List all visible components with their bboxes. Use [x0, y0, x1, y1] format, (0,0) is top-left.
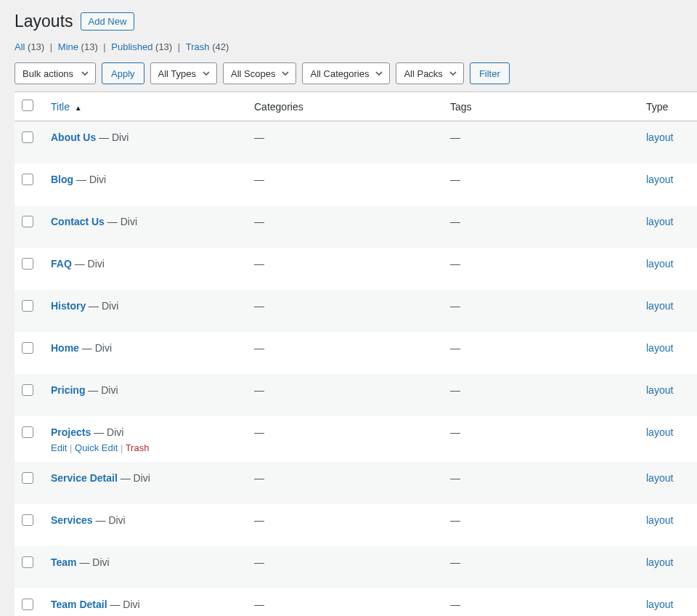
categories-select-label: All Categories	[310, 68, 369, 79]
row-categories: —	[247, 121, 443, 163]
bulk-actions-select[interactable]: Bulk actions	[15, 62, 96, 84]
chevron-down-icon	[449, 69, 457, 78]
table-row: Projects — DiviEdit | Quick Edit | Trash…	[15, 416, 697, 462]
scopes-select-label: All Scopes	[231, 68, 275, 79]
row-checkbox[interactable]	[22, 556, 33, 568]
row-title-link[interactable]: Projects	[51, 426, 91, 438]
packs-select-label: All Packs	[404, 68, 442, 79]
row-title-link[interactable]: Contact Us	[51, 216, 105, 227]
row-categories: —	[247, 374, 443, 416]
row-checkbox[interactable]	[22, 216, 33, 227]
row-tags: —	[443, 206, 639, 248]
row-categories: —	[247, 416, 443, 462]
row-title-suffix: — Divi	[93, 514, 126, 526]
types-select[interactable]: All Types	[150, 62, 218, 84]
row-type-link[interactable]: layout	[646, 174, 673, 185]
add-new-button[interactable]: Add New	[81, 12, 135, 31]
row-title-link[interactable]: About Us	[51, 131, 96, 143]
row-title-link[interactable]: Team	[51, 556, 77, 568]
row-title-link[interactable]: FAQ	[51, 258, 72, 270]
chevron-down-icon	[281, 69, 290, 78]
view-filter-count: (13)	[155, 41, 172, 52]
row-title-link[interactable]: Home	[51, 342, 79, 354]
table-row: Services — Divi——layout	[15, 504, 697, 546]
table-row: Team — Divi——layout	[15, 546, 697, 588]
row-type-link[interactable]: layout	[646, 599, 673, 610]
row-categories: —	[247, 546, 443, 588]
row-title-link[interactable]: History	[51, 300, 86, 312]
select-all-checkbox[interactable]	[22, 100, 33, 111]
view-filter-link[interactable]: Mine (13)	[58, 41, 98, 52]
row-type-link[interactable]: layout	[646, 472, 673, 484]
row-checkbox[interactable]	[22, 599, 33, 610]
view-filters: All (13) | Mine (13) | Published (13) | …	[15, 41, 682, 52]
table-row: FAQ — Divi——layout	[15, 248, 697, 290]
apply-button[interactable]: Apply	[102, 62, 144, 84]
row-action-quick-edit[interactable]: Quick Edit	[75, 442, 118, 453]
row-title-suffix: — Divi	[77, 556, 110, 568]
packs-select[interactable]: All Packs	[396, 62, 463, 84]
row-type-link[interactable]: layout	[646, 426, 673, 438]
view-filter-count: (42)	[212, 41, 229, 52]
row-checkbox[interactable]	[22, 384, 33, 396]
row-checkbox[interactable]	[22, 300, 33, 312]
row-type-link[interactable]: layout	[646, 384, 673, 396]
row-title-suffix: — Divi	[118, 472, 150, 484]
row-categories: —	[247, 163, 443, 206]
row-categories: —	[247, 462, 443, 504]
row-title-link[interactable]: Pricing	[51, 384, 85, 396]
table-row: About Us — Divi——layout	[15, 121, 697, 163]
row-title-suffix: — Divi	[96, 131, 129, 143]
row-type-link[interactable]: layout	[646, 131, 673, 143]
row-type-link[interactable]: layout	[646, 300, 673, 312]
row-title-suffix: — Divi	[107, 599, 140, 610]
row-actions: Edit | Quick Edit | Trash	[51, 442, 240, 453]
scopes-select[interactable]: All Scopes	[223, 62, 296, 84]
row-title-link[interactable]: Service Detail	[51, 472, 118, 484]
categories-select[interactable]: All Categories	[302, 62, 390, 84]
table-row: Blog — Divi——layout	[15, 163, 697, 206]
types-select-label: All Types	[158, 68, 197, 79]
row-checkbox[interactable]	[22, 258, 33, 270]
filter-button[interactable]: Filter	[470, 62, 510, 84]
row-tags: —	[443, 546, 639, 588]
view-filter-link[interactable]: Trash (42)	[186, 41, 229, 52]
row-title-suffix: — Divi	[72, 258, 105, 270]
row-action-edit[interactable]: Edit	[51, 442, 67, 453]
row-title-suffix: — Divi	[73, 174, 106, 185]
row-checkbox[interactable]	[22, 514, 33, 526]
row-checkbox[interactable]	[22, 131, 33, 143]
row-title-link[interactable]: Services	[51, 514, 93, 526]
row-title-suffix: — Divi	[105, 216, 137, 227]
row-title-suffix: — Divi	[85, 384, 118, 396]
row-type-link[interactable]: layout	[646, 342, 673, 354]
row-title-link[interactable]: Team Detail	[51, 599, 107, 610]
row-title-suffix: — Divi	[91, 426, 123, 438]
table-row: History — Divi——layout	[15, 290, 697, 332]
column-categories: Categories	[247, 92, 443, 121]
row-title-link[interactable]: Blog	[51, 174, 73, 185]
row-categories: —	[247, 504, 443, 546]
row-type-link[interactable]: layout	[646, 216, 673, 227]
chevron-down-icon	[81, 69, 89, 78]
view-filter-link[interactable]: Published (13)	[111, 41, 172, 52]
row-action-trash[interactable]: Trash	[126, 442, 150, 453]
row-type-link[interactable]: layout	[646, 258, 673, 270]
row-categories: —	[247, 588, 443, 616]
row-type-link[interactable]: layout	[646, 556, 673, 568]
table-row: Contact Us — Divi——layout	[15, 206, 697, 248]
column-title-sort[interactable]: Title ▲	[51, 101, 82, 113]
row-tags: —	[443, 290, 639, 332]
row-checkbox[interactable]	[22, 472, 33, 484]
row-checkbox[interactable]	[22, 174, 33, 185]
row-checkbox[interactable]	[22, 342, 33, 354]
row-tags: —	[443, 416, 639, 462]
row-title-suffix: — Divi	[86, 300, 118, 312]
row-checkbox[interactable]	[22, 426, 33, 438]
row-tags: —	[443, 504, 639, 546]
row-tags: —	[443, 332, 639, 374]
page-title: Layouts	[15, 12, 73, 31]
row-type-link[interactable]: layout	[646, 514, 673, 526]
column-type: Type	[639, 92, 697, 121]
view-filter-link[interactable]: All (13)	[15, 41, 44, 52]
